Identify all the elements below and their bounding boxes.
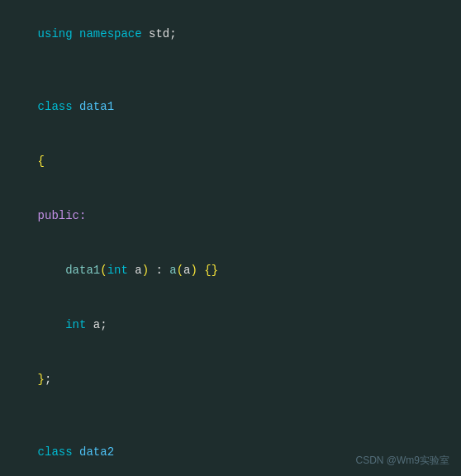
code-line-3: class data1 (0, 79, 461, 134)
code-line-9 (0, 407, 461, 425)
code-line-4: { (0, 134, 461, 188)
code-editor: using namespace std; class data1 { publi… (0, 0, 461, 476)
code-line-1: using namespace std; (0, 7, 461, 61)
code-line-8: }; (0, 352, 461, 407)
watermark: CSDN @Wm9实验室 (355, 453, 449, 468)
code-line-6: data1(int a) : a(a) {} (0, 243, 461, 298)
code-line-2 (0, 61, 461, 79)
code-line-10: class data2 (0, 425, 461, 476)
code-line-7: int a; (0, 298, 461, 352)
code-line-5: public: (0, 188, 461, 243)
